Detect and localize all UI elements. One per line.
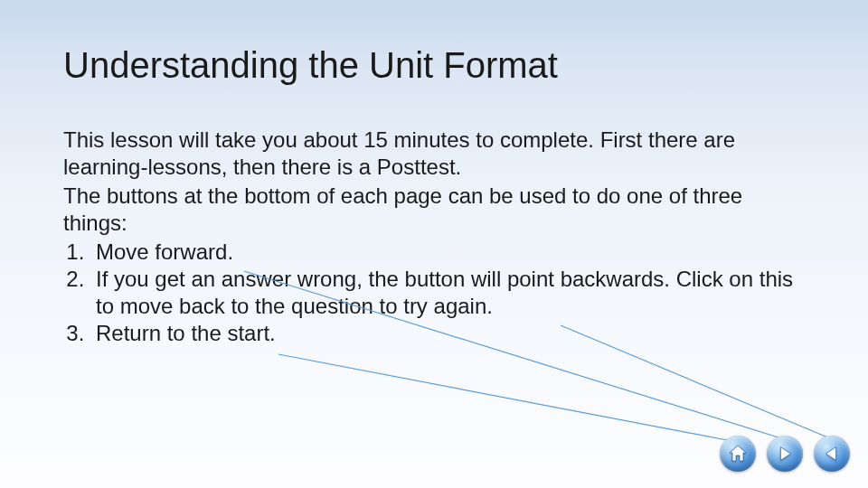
forward-icon bbox=[775, 444, 795, 464]
back-icon bbox=[822, 444, 842, 464]
forward-button[interactable] bbox=[767, 436, 803, 472]
nav-bar bbox=[720, 436, 850, 472]
svg-line-0 bbox=[244, 271, 796, 443]
pointer-arrows bbox=[0, 0, 868, 488]
svg-line-2 bbox=[278, 354, 750, 445]
back-button[interactable] bbox=[814, 436, 850, 472]
slide: Understanding the Unit Format This lesso… bbox=[0, 0, 868, 488]
home-icon bbox=[727, 443, 749, 465]
home-button[interactable] bbox=[720, 436, 756, 472]
svg-line-1 bbox=[561, 325, 836, 441]
